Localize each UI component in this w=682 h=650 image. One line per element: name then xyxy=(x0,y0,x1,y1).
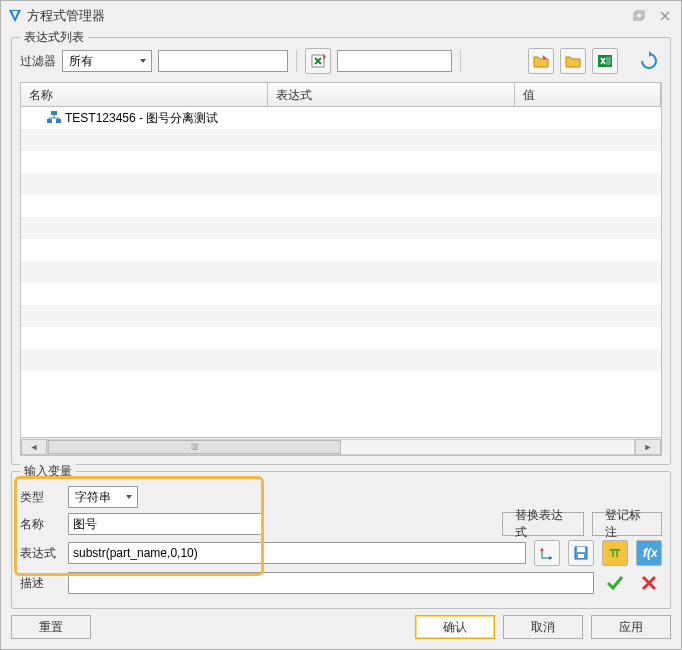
scroll-thumb[interactable]: ▥ xyxy=(48,440,341,454)
horizontal-scrollbar[interactable]: ◄ ▥ ► xyxy=(21,437,661,455)
col-name-header[interactable]: 名称 xyxy=(21,83,268,106)
expression-input[interactable] xyxy=(68,542,526,564)
scroll-left-button[interactable]: ◄ xyxy=(21,439,47,455)
expression-list-group: 表达式列表 过滤器 所有 xyxy=(11,37,671,465)
name-input[interactable] xyxy=(68,513,263,535)
filter-text-input[interactable] xyxy=(158,50,288,72)
apply-button[interactable]: 应用 xyxy=(591,615,671,639)
function-button[interactable]: f(x) xyxy=(636,540,662,566)
svg-rect-0 xyxy=(634,13,642,20)
type-combo-value: 字符串 xyxy=(75,489,111,506)
description-input[interactable] xyxy=(68,572,594,594)
expression-row: 表达式 f(x) xyxy=(20,540,662,566)
table-row[interactable] xyxy=(21,305,661,327)
pi-button[interactable] xyxy=(602,540,628,566)
input-variable-title: 输入变量 xyxy=(20,463,76,480)
table-body: TEST123456 - 图号分离测试 xyxy=(21,107,661,437)
filter-combo[interactable]: 所有 xyxy=(62,50,152,72)
col-expr-header[interactable]: 表达式 xyxy=(268,83,515,106)
description-label: 描述 xyxy=(20,575,60,592)
cancel-button[interactable]: 取消 xyxy=(503,615,583,639)
table-row[interactable] xyxy=(21,173,661,195)
name-label: 名称 xyxy=(20,516,60,533)
row-name-text: TEST123456 - 图号分离测试 xyxy=(65,110,218,127)
expression-label: 表达式 xyxy=(20,545,60,562)
description-row: 描述 xyxy=(20,570,662,596)
table-row[interactable] xyxy=(21,195,661,217)
table-row[interactable] xyxy=(21,239,661,261)
close-button[interactable] xyxy=(655,6,675,26)
import-excel-button[interactable] xyxy=(305,48,331,74)
svg-rect-4 xyxy=(606,57,611,65)
chevron-down-icon xyxy=(125,493,133,501)
filter-toolbar: 过滤器 所有 xyxy=(20,48,662,74)
col-value-header[interactable]: 值 xyxy=(515,83,661,106)
chevron-down-icon xyxy=(139,57,147,65)
axis-button[interactable] xyxy=(534,540,560,566)
open-folder-yellow-button[interactable] xyxy=(528,48,554,74)
svg-rect-5 xyxy=(51,111,57,115)
svg-text:f(x): f(x) xyxy=(643,546,657,560)
refresh-button[interactable] xyxy=(636,48,662,74)
name-row: 名称 替换表达式 登记标注 xyxy=(20,512,662,536)
svg-rect-1 xyxy=(636,11,644,18)
expression-table: 名称 表达式 值 TEST123456 - 图号分离测试 xyxy=(20,82,662,456)
table-header: 名称 表达式 值 xyxy=(21,83,661,107)
register-annotation-button[interactable]: 登记标注 xyxy=(592,512,662,536)
reset-button[interactable]: 重置 xyxy=(11,615,91,639)
disk-button[interactable] xyxy=(568,540,594,566)
reject-button[interactable] xyxy=(636,570,662,596)
content: 表达式列表 过滤器 所有 xyxy=(1,31,681,649)
svg-rect-10 xyxy=(578,554,584,558)
undock-button[interactable] xyxy=(629,6,649,26)
type-row: 类型 字符串 xyxy=(20,486,662,508)
ok-button[interactable]: 确认 xyxy=(415,615,495,639)
filter-combo-value: 所有 xyxy=(69,53,93,70)
table-row[interactable] xyxy=(21,349,661,371)
table-row[interactable] xyxy=(21,151,661,173)
window-title: 方程式管理器 xyxy=(23,7,623,25)
separator xyxy=(460,50,461,72)
table-row[interactable] xyxy=(21,261,661,283)
table-row[interactable] xyxy=(21,217,661,239)
cell-name: TEST123456 - 图号分离测试 xyxy=(21,110,268,127)
excel-button[interactable] xyxy=(592,48,618,74)
app-icon xyxy=(7,8,23,24)
accept-button[interactable] xyxy=(602,570,628,596)
tree-node-icon xyxy=(47,111,61,125)
type-combo[interactable]: 字符串 xyxy=(68,486,138,508)
equation-manager-window: 方程式管理器 表达式列表 过滤器 所有 xyxy=(0,0,682,650)
table-row[interactable] xyxy=(21,327,661,349)
scroll-right-button[interactable]: ► xyxy=(635,439,661,455)
scroll-track[interactable]: ▥ xyxy=(47,439,635,455)
svg-rect-6 xyxy=(47,119,52,123)
table-row[interactable] xyxy=(21,129,661,151)
filter-label: 过滤器 xyxy=(20,53,56,70)
input-variable-group: 输入变量 类型 字符串 名称 替换表达式 登记标注 表达式 xyxy=(11,471,671,609)
table-row[interactable] xyxy=(21,283,661,305)
search-input[interactable] xyxy=(337,50,452,72)
replace-expression-button[interactable]: 替换表达式 xyxy=(502,512,584,536)
type-label: 类型 xyxy=(20,489,60,506)
expression-list-title: 表达式列表 xyxy=(20,29,88,46)
svg-rect-7 xyxy=(56,119,61,123)
svg-rect-9 xyxy=(577,547,585,552)
titlebar: 方程式管理器 xyxy=(1,1,681,31)
dialog-footer: 重置 确认 取消 应用 xyxy=(11,609,671,639)
table-row[interactable]: TEST123456 - 图号分离测试 xyxy=(21,107,661,129)
open-folder-button[interactable] xyxy=(560,48,586,74)
separator xyxy=(296,50,297,72)
